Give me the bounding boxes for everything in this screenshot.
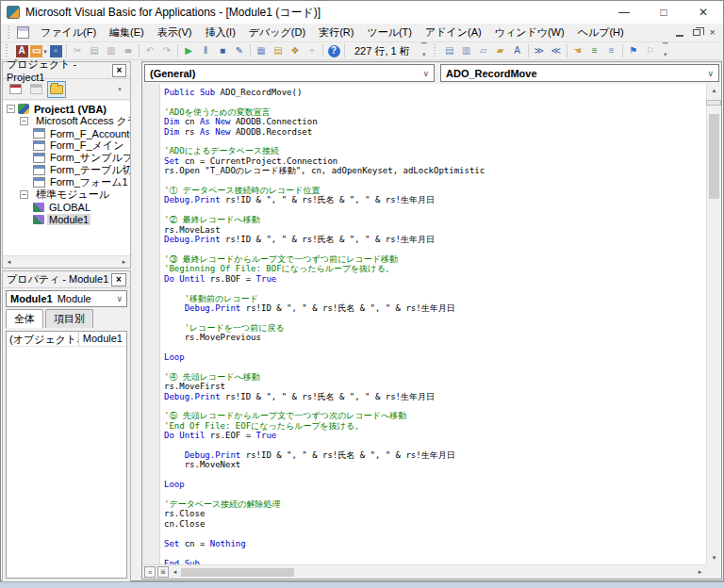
scroll-up-icon[interactable]: ▴ <box>707 84 721 97</box>
property-name: (オブジェクト名) <box>7 332 79 346</box>
tab-alphabetic[interactable]: 全体 <box>6 309 43 328</box>
tree-item[interactable]: GLOBAL <box>3 201 130 213</box>
code-line: '移動前のレコード <box>164 294 706 303</box>
menu-item[interactable]: 実行(R) <box>312 24 360 41</box>
standard-toolbar-grip[interactable] <box>6 44 10 57</box>
cut-icon[interactable]: ✂ <box>69 43 86 58</box>
scroll-down-icon[interactable]: ▾ <box>707 551 721 564</box>
edit-toolbar-options-icon[interactable]: ▔▾ <box>661 43 670 58</box>
insert-module-icon[interactable]: ▭▾ <box>30 43 47 58</box>
parameter-info-icon[interactable]: ▰ <box>492 43 509 58</box>
comment-block-icon[interactable]: ≡ <box>586 43 603 58</box>
menu-item[interactable]: ヘルプ(H) <box>571 24 631 41</box>
property-row[interactable]: (オブジェクト名) Module1 <box>7 332 126 347</box>
find-icon[interactable]: ∞ <box>120 43 137 58</box>
uncomment-block-icon[interactable]: ≡ <box>603 43 620 58</box>
tree-expander-icon[interactable]: − <box>20 190 28 199</box>
help-icon[interactable]: ? <box>325 43 342 58</box>
menu-item[interactable]: 編集(E) <box>103 24 151 41</box>
reset-icon[interactable]: ■ <box>214 43 231 58</box>
toggle-bookmark-icon[interactable]: ⚑ <box>625 43 642 58</box>
project-explorer-icon[interactable]: ▦ <box>253 43 270 58</box>
property-value[interactable]: Module1 <box>79 332 126 346</box>
title-bar[interactable]: Microsoft Visual Basic for Applications … <box>1 1 723 24</box>
procedure-view-icon[interactable]: ≡ <box>144 566 156 578</box>
code-hscrollbar[interactable]: ≡ ≣ ◂ ▸ <box>142 564 706 579</box>
list-constants-icon[interactable]: ▥ <box>458 43 475 58</box>
properties-panel-titlebar[interactable]: プロパティ - Module1 × <box>3 271 130 288</box>
split-handle[interactable] <box>706 100 721 106</box>
toolbar-options-icon[interactable]: ▔▾ <box>420 43 429 58</box>
window-title: Microsoft Visual Basic for Applications … <box>25 5 321 21</box>
undo-icon[interactable]: ↶ <box>141 43 158 58</box>
tab-categorized[interactable]: 項目別 <box>45 309 93 328</box>
paste-icon[interactable]: ▥ <box>103 43 120 58</box>
panel-splitter[interactable] <box>131 61 141 580</box>
full-module-view-icon[interactable]: ≣ <box>157 566 169 578</box>
menu-item[interactable]: ツール(T) <box>360 24 419 41</box>
form-icon <box>33 177 45 188</box>
scroll-right-icon[interactable]: ▸ <box>694 566 706 579</box>
tree-expander-icon[interactable]: − <box>7 105 15 113</box>
form-icon <box>33 140 45 151</box>
code-line <box>164 401 706 411</box>
code-line <box>164 313 706 322</box>
tree-expander-icon[interactable]: − <box>20 117 28 125</box>
view-code-icon[interactable] <box>7 82 24 97</box>
save-icon[interactable]: ▫ <box>47 43 64 58</box>
code-vscrollbar[interactable]: ▴ ▾ <box>706 84 721 564</box>
scroll-left-icon[interactable]: ◂ <box>169 566 181 579</box>
code-editor[interactable]: Public Sub ADO_RecordMove() 'ADOを使うための変数… <box>142 84 706 564</box>
project-panel-titlebar[interactable]: プロジェクト - Project1 × <box>3 62 130 79</box>
indent-icon[interactable]: ≫ <box>531 43 548 58</box>
object-dropdown[interactable]: (General) ∨ <box>144 64 435 82</box>
properties-window-icon[interactable]: ▤ <box>270 43 287 58</box>
procedure-dropdown[interactable]: ADO_RecordMove ∨ <box>440 64 719 82</box>
toggle-folders-icon[interactable] <box>48 82 65 97</box>
menu-item[interactable]: 挿入(I) <box>198 24 241 41</box>
project-panel-close-icon[interactable]: × <box>112 64 126 77</box>
menu-item[interactable]: デバッグ(D) <box>242 24 312 41</box>
mdi-restore-icon[interactable] <box>693 29 700 36</box>
mdi-minimize-icon[interactable] <box>676 35 683 37</box>
outdent-icon[interactable]: ≪ <box>548 43 565 58</box>
redo-icon[interactable]: ↷ <box>158 43 175 58</box>
menu-item[interactable]: ウィンドウ(W) <box>488 24 571 41</box>
toolbox-icon[interactable]: + <box>304 43 321 58</box>
view-microsoft-access-icon[interactable]: A <box>13 43 30 58</box>
view-object-icon[interactable] <box>27 82 44 97</box>
mdi-close-icon[interactable]: × <box>710 27 716 38</box>
complete-word-icon[interactable]: A <box>509 43 526 58</box>
run-icon[interactable]: ▶ <box>180 43 197 58</box>
edit-toolbar-grip[interactable] <box>434 44 438 57</box>
object-browser-icon[interactable]: ❖ <box>287 43 304 58</box>
menu-item[interactable]: ファイル(F) <box>34 24 103 41</box>
tree-item[interactable]: −Microsoft Access クラ <box>3 115 130 127</box>
next-bookmark-icon[interactable]: ⚐ <box>642 43 659 58</box>
minimize-button[interactable]: — <box>604 1 644 24</box>
tree-item-label: 標準モジュール <box>34 188 111 202</box>
toggle-breakpoint-icon[interactable]: ☚ <box>569 43 586 58</box>
copy-icon[interactable]: ▤ <box>86 43 103 58</box>
menu-item[interactable]: アドイン(A) <box>419 24 488 41</box>
scroll-left-icon[interactable]: ◂ <box>3 256 15 269</box>
close-button[interactable]: ✕ <box>683 1 723 24</box>
quick-info-icon[interactable]: ▱ <box>475 43 492 58</box>
properties-panel-close-icon[interactable]: × <box>111 273 126 286</box>
break-icon[interactable]: ‖ <box>197 43 214 58</box>
list-properties-methods-icon[interactable]: ▤ <box>441 43 458 58</box>
menubar-grip[interactable] <box>8 26 12 40</box>
module-window-icon[interactable] <box>17 26 29 39</box>
maximize-button[interactable]: □ <box>644 1 683 24</box>
properties-object-selector[interactable]: Module1 Module ∨ <box>6 290 127 307</box>
vscroll-thumb[interactable] <box>709 114 719 199</box>
tree-item[interactable]: Module1 <box>3 213 130 225</box>
scroll-right-icon[interactable]: ▸ <box>118 256 130 269</box>
menu-item[interactable]: 表示(V) <box>151 24 199 41</box>
hscroll-thumb[interactable] <box>181 568 294 577</box>
project-toolbar-options-icon[interactable]: ▾ <box>115 82 124 97</box>
design-mode-icon[interactable]: ✎ <box>231 43 248 58</box>
margin-indicator-bar[interactable] <box>142 84 160 564</box>
project-tree-hscrollbar[interactable]: ◂ ▸ <box>3 255 130 268</box>
tree-item[interactable]: −標準モジュール <box>3 188 130 201</box>
